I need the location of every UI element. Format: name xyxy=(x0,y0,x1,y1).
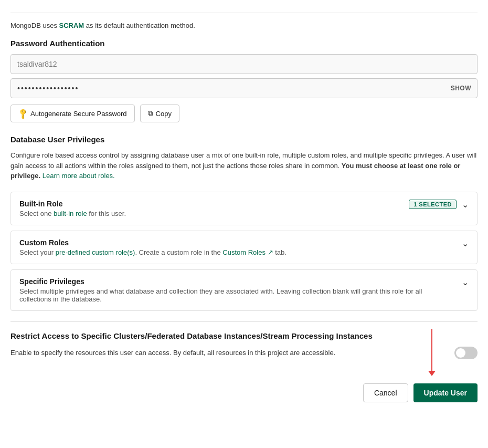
footer-buttons: Cancel Update User xyxy=(10,375,478,402)
annotation-arrow xyxy=(428,329,436,376)
main-container: MongoDB uses SCRAM as its default authen… xyxy=(0,0,488,413)
scram-link[interactable]: SCRAM xyxy=(59,22,84,29)
autogenerate-password-button[interactable]: 🔑 Autogenerate Secure Password xyxy=(10,105,135,122)
copy-icon: ⧉ xyxy=(148,109,153,118)
restrict-toggle[interactable] xyxy=(454,347,478,359)
specific-privileges-header[interactable]: Specific Privileges Select multiple priv… xyxy=(11,270,477,310)
custom-roles-tab-link[interactable]: Custom Roles ↗ xyxy=(222,248,273,256)
password-wrapper: SHOW xyxy=(10,78,478,98)
custom-roles-subtitle: Select your pre-defined custom role(s). … xyxy=(19,248,455,256)
update-user-button[interactable]: Update User xyxy=(413,383,478,402)
specific-privileges-accordion: Specific Privileges Select multiple priv… xyxy=(10,269,478,311)
built-in-role-subtitle: Select one built-in role for this user. xyxy=(19,210,402,217)
arrow-head xyxy=(428,371,436,376)
custom-roles-accordion: Custom Roles Select your pre-defined cus… xyxy=(10,231,478,264)
predefined-roles-link[interactable]: pre-defined custom role(s) xyxy=(56,248,135,256)
specific-privileges-subtitle: Select multiple privileges and what data… xyxy=(19,287,455,303)
password-input[interactable] xyxy=(10,78,478,98)
privileges-title: Database User Privileges xyxy=(10,135,478,144)
built-in-role-chevron-icon: ⌄ xyxy=(462,200,469,210)
show-password-button[interactable]: SHOW xyxy=(451,85,471,92)
built-in-role-header[interactable]: Built-in Role Select one built-in role f… xyxy=(11,192,477,225)
key-icon: 🔑 xyxy=(17,107,29,119)
built-in-role-title: Built-in Role xyxy=(19,200,402,208)
custom-roles-chevron-icon: ⌄ xyxy=(462,238,469,248)
custom-roles-header[interactable]: Custom Roles Select your pre-defined cus… xyxy=(11,231,477,264)
password-auth-title: Password Authentication xyxy=(10,39,478,48)
restrict-row: Enable to specify the resources this use… xyxy=(10,347,478,359)
specific-privileges-chevron-icon: ⌄ xyxy=(462,277,469,287)
built-in-role-accordion: Built-in Role Select one built-in role f… xyxy=(10,192,478,225)
learn-more-roles-link[interactable]: Learn more about roles. xyxy=(43,172,115,180)
password-actions: 🔑 Autogenerate Secure Password ⧉ Copy xyxy=(10,105,478,122)
built-in-role-link[interactable]: built-in role xyxy=(54,210,87,217)
restrict-title: Restrict Access to Specific Clusters/Fed… xyxy=(10,330,478,341)
username-input[interactable] xyxy=(10,54,478,74)
arrow-line xyxy=(431,329,432,371)
privileges-section: Database User Privileges Configure role … xyxy=(10,135,478,311)
intro-text: MongoDB uses SCRAM as its default authen… xyxy=(10,13,478,29)
built-in-role-badge: 1 SELECTED xyxy=(409,200,457,209)
privileges-description: Configure role based access control by a… xyxy=(10,150,478,181)
specific-privileges-title: Specific Privileges xyxy=(19,277,455,286)
custom-roles-title: Custom Roles xyxy=(19,238,455,247)
restrict-section: Restrict Access to Specific Clusters/Fed… xyxy=(10,321,478,359)
cancel-button[interactable]: Cancel xyxy=(363,383,408,402)
restrict-description: Enable to specify the resources this use… xyxy=(10,348,444,358)
copy-password-button[interactable]: ⧉ Copy xyxy=(140,105,179,122)
toggle-slider xyxy=(454,347,478,359)
